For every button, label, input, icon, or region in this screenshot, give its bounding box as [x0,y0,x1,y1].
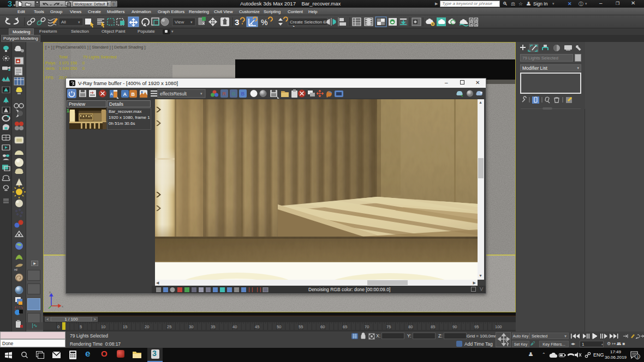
svg-text:55: 55 [299,324,303,329]
svg-text:50: 50 [277,324,281,329]
svg-text:40: 40 [232,324,237,329]
svg-text:││: ││ [256,287,262,292]
svg-text:90: 90 [452,324,457,329]
svg-text:View: View [175,20,184,25]
svg-text:35: 35 [211,324,215,329]
svg-text:75: 75 [386,324,391,329]
svg-text:65: 65 [343,324,347,329]
svg-text:All: All [61,20,66,25]
svg-text:10: 10 [101,324,105,329]
svg-text:95: 95 [474,324,479,329]
svg-text:A: A [123,92,127,97]
svg-text:30: 30 [189,324,193,329]
svg-text:effectsResult: effectsResult [160,91,187,96]
svg-text:3: 3 [636,355,639,359]
svg-text:HF: HF [14,268,18,272]
svg-text:A: A [110,92,113,96]
svg-text:20: 20 [145,324,149,329]
svg-text:▾: ▾ [190,20,193,24]
svg-text:15: 15 [123,324,127,329]
svg-text:100: 100 [495,324,502,329]
svg-text:B: B [241,91,245,96]
svg-text:60: 60 [320,324,325,329]
svg-text:▾: ▾ [78,20,80,24]
svg-text:▾: ▾ [200,92,202,95]
svg-text:z: z [49,291,51,294]
svg-text:x: x [62,305,63,308]
svg-text:85: 85 [431,324,435,329]
svg-text:0: 0 [57,324,59,329]
svg-text:▾: ▾ [323,21,325,24]
svg-text:5: 5 [80,324,82,329]
svg-text:45: 45 [255,324,259,329]
svg-text:80: 80 [408,324,413,329]
svg-text:││: ││ [248,287,254,292]
svg-text:B: B [132,92,135,97]
svg-text:25: 25 [167,324,171,329]
svg-text:G: G [232,91,236,96]
svg-text:%: % [261,18,267,27]
svg-text:70: 70 [365,324,369,329]
svg-text:3: 3 [235,17,239,27]
svg-text:R: R [223,91,226,96]
